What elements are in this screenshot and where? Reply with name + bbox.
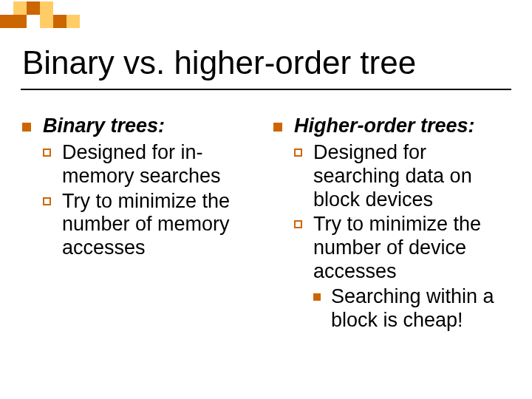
column-heading: Higher-order trees:: [294, 115, 510, 138]
hollow-square-bullet-icon: [43, 141, 62, 188]
list-item: Designed for searching data on block dev…: [273, 141, 510, 212]
list-item: Binary trees:: [22, 115, 259, 138]
title-underline: [21, 89, 511, 90]
hollow-square-bullet-icon: [43, 190, 62, 261]
square-bullet-icon: [273, 115, 294, 138]
list-item: Searching within a block is cheap!: [273, 285, 510, 332]
list-item: Designed for in-memory searches: [22, 141, 259, 188]
list-item: Try to minimize the number of device acc…: [273, 213, 510, 284]
right-column: Higher-order trees: Designed for searchi…: [273, 115, 510, 332]
left-column: Binary trees: Designed for in-memory sea…: [22, 115, 259, 332]
list-item: Higher-order trees:: [273, 115, 510, 138]
slide: Binary vs. higher-order tree Binary tree…: [0, 0, 532, 399]
slide-title: Binary vs. higher-order tree: [22, 44, 416, 81]
list-item: Try to minimize the number of memory acc…: [22, 190, 259, 261]
column-heading: Binary trees:: [43, 115, 259, 138]
content-columns: Binary trees: Designed for in-memory sea…: [22, 115, 510, 332]
square-bullet-icon: [313, 285, 331, 332]
hollow-square-bullet-icon: [294, 213, 313, 284]
list-text: Designed for in-memory searches: [62, 141, 259, 188]
square-bullet-icon: [22, 115, 43, 138]
list-text: Designed for searching data on block dev…: [313, 141, 510, 212]
list-text: Searching within a block is cheap!: [331, 285, 510, 332]
list-text: Try to minimize the number of memory acc…: [62, 190, 259, 261]
list-text: Try to minimize the number of device acc…: [313, 213, 510, 284]
hollow-square-bullet-icon: [294, 141, 313, 212]
